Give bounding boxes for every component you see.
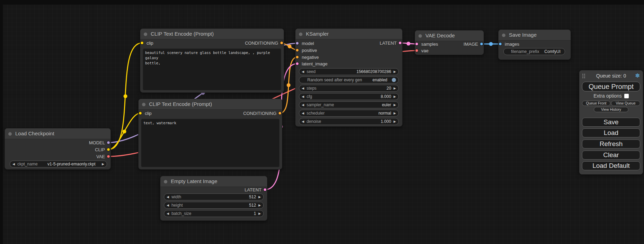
link-midpoint-dot	[287, 83, 291, 87]
increment-arrow-icon[interactable]: ▶	[258, 202, 261, 209]
load-button[interactable]: Load	[582, 128, 640, 137]
height-widget[interactable]: ◀ height 512 ▶	[164, 202, 264, 209]
node-vae-decode[interactable]: VAE Decode samples vae IMAGE	[415, 30, 484, 55]
denoise-widget[interactable]: ◀ denoise 1.000 ▶	[299, 118, 399, 125]
input-positive: positive	[302, 47, 317, 54]
extra-options-checkbox[interactable]	[624, 94, 629, 98]
decrement-arrow-icon[interactable]: ◀	[167, 202, 169, 209]
output-model: MODEL	[89, 140, 105, 146]
refresh-button[interactable]: Refresh	[582, 139, 640, 148]
node-clip-text-encode-negative[interactable]: CLIP Text Encode (Prompt) clip CONDITION…	[138, 99, 282, 170]
decrement-arrow-icon[interactable]: ◀	[302, 68, 304, 75]
node-empty-latent-image[interactable]: Empty Latent Image LATENT ◀ width 512 ▶ …	[160, 176, 267, 221]
increment-arrow-icon[interactable]: ▶	[258, 210, 261, 217]
decrement-arrow-icon[interactable]: ◀	[12, 161, 15, 168]
decrement-arrow-icon[interactable]: ◀	[302, 101, 304, 108]
decrement-arrow-icon[interactable]: ◀	[302, 93, 304, 100]
input-vae: vae	[421, 48, 429, 54]
node-ksampler[interactable]: KSampler model positive negative latent_…	[295, 28, 403, 127]
width-widget[interactable]: ◀ width 512 ▶	[164, 193, 264, 200]
batch-size-widget[interactable]: ◀ batch_size 1 ▶	[164, 210, 264, 217]
increment-arrow-icon[interactable]: ▶	[394, 68, 396, 75]
widget-value: 1.000	[381, 119, 391, 124]
increment-arrow-icon[interactable]: ▶	[258, 193, 261, 200]
decrement-arrow-icon[interactable]: ◀	[167, 193, 169, 200]
decrement-arrow-icon[interactable]: ◀	[302, 85, 304, 92]
output-latent: LATENT	[245, 187, 262, 193]
random-seed-toggle-widget[interactable]: Random seed after every gen enabled	[299, 76, 399, 83]
sampler-name-widget[interactable]: ◀ sampler_name euler ▶	[299, 101, 399, 108]
widget-value: 156680208700286	[356, 69, 391, 74]
widget-label: sampler_name	[307, 102, 334, 107]
steps-widget[interactable]: ◀ steps 20 ▶	[299, 85, 399, 92]
increment-arrow-icon[interactable]: ▶	[394, 118, 396, 125]
collapse-dot-icon[interactable]	[502, 34, 505, 37]
output-conditioning: CONDITIONING	[245, 40, 278, 46]
node-graph-canvas[interactable]: Load Checkpoint MODEL CLIP VAE ◀ ckpt_na…	[0, 0, 644, 244]
node-save-image[interactable]: Save Image images filename_prefix ComfyU…	[498, 29, 571, 60]
queue-prompt-button[interactable]: Queue Prompt	[582, 82, 640, 91]
node-title-bar[interactable]: VAE Decode	[415, 30, 484, 41]
widget-value: 512	[249, 195, 256, 199]
queue-front-button[interactable]: Queue Front	[582, 101, 610, 106]
widget-label: batch_size	[171, 211, 191, 216]
widget-value: normal	[378, 111, 391, 116]
canvas-left-edge	[0, 0, 3, 244]
input-model: model	[302, 40, 314, 47]
node-clip-text-encode-positive[interactable]: CLIP Text Encode (Prompt) clip CONDITION…	[140, 28, 284, 93]
link-midpoint-dot	[288, 45, 292, 48]
node-title-bar[interactable]: Load Checkpoint	[5, 128, 111, 139]
collapse-dot-icon[interactable]	[164, 180, 167, 183]
canvas-top-edge	[0, 0, 644, 4]
collapse-dot-icon[interactable]	[418, 34, 422, 38]
output-clip: CLIP	[95, 147, 105, 153]
toggle-knob-icon[interactable]	[392, 78, 396, 82]
node-load-checkpoint[interactable]: Load Checkpoint MODEL CLIP VAE ◀ ckpt_na…	[5, 128, 111, 170]
node-title: KSampler	[306, 31, 329, 37]
clear-button[interactable]: Clear	[582, 151, 640, 160]
collapse-dot-icon[interactable]	[144, 33, 147, 36]
widget-value: ComfyUI	[541, 49, 561, 54]
increment-arrow-icon[interactable]: ▶	[394, 101, 396, 108]
scheduler-widget[interactable]: ◀ scheduler normal ▶	[299, 110, 399, 117]
prompt-textarea[interactable]: text, watermark	[141, 119, 280, 167]
widget-value: v1-5-pruned-emaonly.ckpt	[44, 162, 96, 166]
load-default-button[interactable]: Load Default	[582, 161, 640, 170]
decrement-arrow-icon[interactable]: ◀	[167, 210, 169, 217]
output-vae: VAE	[96, 154, 105, 160]
gear-icon[interactable]: ✽	[635, 72, 640, 79]
increment-arrow-icon[interactable]: ▶	[394, 93, 396, 100]
node-title-bar[interactable]: Empty Latent Image	[160, 176, 267, 187]
increment-arrow-icon[interactable]: ▶	[394, 85, 396, 92]
node-title-bar[interactable]: Save Image	[499, 30, 571, 40]
save-button[interactable]: Save	[582, 118, 640, 127]
view-queue-button[interactable]: View Queue	[611, 101, 640, 106]
collapse-dot-icon[interactable]	[142, 103, 145, 106]
widget-value: 512	[249, 203, 256, 208]
output-latent: LATENT	[380, 40, 397, 46]
seed-widget[interactable]: ◀ seed 156680208700286 ▶	[299, 68, 399, 75]
widget-value: 8.000	[381, 94, 391, 99]
node-title-bar[interactable]: KSampler	[295, 29, 402, 39]
cfg-widget[interactable]: ◀ cfg 8.000 ▶	[299, 93, 399, 100]
widget-value: euler	[382, 102, 391, 107]
prompt-textarea[interactable]: beautiful scenery nature glass bottle la…	[143, 48, 281, 90]
view-history-button[interactable]: View History	[594, 107, 628, 112]
filename-prefix-widget[interactable]: filename_prefix ComfyUI	[503, 48, 565, 55]
decrement-arrow-icon[interactable]: ◀	[302, 118, 304, 125]
widget-label: seed	[307, 69, 316, 74]
link-midpoint-dot	[489, 42, 493, 46]
node-title-bar[interactable]: CLIP Text Encode (Prompt)	[140, 29, 284, 39]
node-title: Load Checkpoint	[15, 130, 54, 136]
ckpt-name-widget[interactable]: ◀ ckpt_name v1-5-pruned-emaonly.ckpt ▶	[10, 161, 107, 168]
widget-label: Random seed after every gen	[307, 78, 362, 82]
node-title-bar[interactable]: CLIP Text Encode (Prompt)	[139, 99, 282, 110]
increment-arrow-icon[interactable]: ▶	[394, 110, 396, 117]
collapse-dot-icon[interactable]	[8, 132, 12, 136]
input-clip: clip	[145, 110, 152, 117]
node-title: CLIP Text Encode (Prompt)	[151, 31, 214, 37]
collapse-dot-icon[interactable]	[299, 33, 302, 36]
widget-label: height	[171, 203, 183, 208]
increment-arrow-icon[interactable]: ▶	[102, 161, 104, 168]
decrement-arrow-icon[interactable]: ◀	[302, 110, 304, 117]
